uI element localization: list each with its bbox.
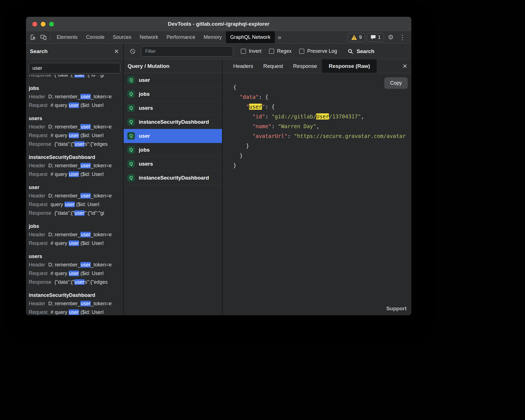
checkbox-preserve-log[interactable]: Preserve Log [299,48,337,54]
filter-input[interactable] [141,46,233,57]
detail-tab-request[interactable]: Request [258,59,288,73]
toolbar-divider [50,34,51,40]
search-result-line[interactable]: HeaderD; remember_user_token=e [29,92,120,101]
search-result-line[interactable]: Request# query user ($id: UserI [29,308,120,315]
tab-memory[interactable]: Memory [199,31,226,43]
search-result-line[interactable]: HeaderD; remember_user_token=e [29,261,120,269]
query-icon: Q [127,76,135,84]
minimize-window-button[interactable] [41,22,46,27]
search-result-line[interactable]: Request# query user ($id: UserI [29,101,120,110]
search-result-line[interactable]: Request# query user ($id: UserI [29,170,120,179]
token: " [246,104,249,110]
zoom-window-button[interactable] [49,22,54,27]
match-highlight: user [65,202,75,207]
match-highlight: user [80,124,91,130]
detail-tab-response-raw[interactable]: Response (Raw) [322,59,377,73]
result-text: D; remember_ [48,94,80,99]
query-row-instancesecuritydashboard[interactable]: QinstanceSecurityDashboard [124,171,222,185]
result-line-label: Header [29,124,45,130]
window-title: DevTools - gitlab.com/-/graphql-explorer [26,21,411,27]
result-group-title: instanceSecurityDashboard [29,154,120,160]
titlebar: DevTools - gitlab.com/-/graphql-explorer [26,17,411,31]
search-result-line[interactable]: Request# query user ($id: UserI [29,131,120,140]
close-detail-button[interactable]: × [403,62,407,70]
result-line-label: Request [29,271,47,276]
more-tabs-button[interactable]: » [275,31,284,43]
checkbox-invert[interactable]: Invert [241,48,261,54]
search-result-group: jobsHeaderD; remember_user_token=eReques… [29,223,120,248]
settings-button[interactable]: ⚙ [386,32,396,42]
match-highlight: user [69,240,79,246]
tab-performance[interactable]: Performance [162,31,199,43]
tab-graphql-network[interactable]: GraphQL Network [226,31,275,43]
match-highlight: user [69,102,79,108]
search-result-line[interactable]: Request# query user ($id: UserI [29,239,120,248]
message-badge[interactable]: 1 [367,33,384,42]
query-icon: Q [127,132,135,140]
search-result-line[interactable]: Response{"data":{"users":{"edges [29,140,120,149]
search-result-line[interactable]: HeaderD; remember_user_token=e [29,230,120,239]
inspect-cursor-icon [30,34,37,41]
query-row-user[interactable]: Quser [124,73,222,87]
checkbox-box[interactable] [299,49,304,54]
token: /13704317" [329,113,361,120]
query-row-instancesecuritydashboard[interactable]: QinstanceSecurityDashboard [124,115,222,129]
search-result-line[interactable]: HeaderD; remember_user_token=e [29,161,120,170]
checkbox-regex[interactable]: Regex [269,48,292,54]
search-result-line[interactable]: Request# query user ($id: UserI [29,269,120,278]
close-search-panel-button[interactable]: × [114,47,119,55]
search-result-line[interactable]: Response{"data":{"user":{"id":"gi [29,209,120,218]
result-line-label: Header [29,94,45,99]
result-text: ($id: UserI [79,271,104,276]
query-row-users[interactable]: Qusers [124,157,222,171]
query-row-user[interactable]: Quser [124,129,222,143]
tab-network[interactable]: Network [135,31,162,43]
checkbox-box[interactable] [269,49,274,54]
search-input[interactable] [29,63,120,73]
search-result-line[interactable]: Response{"data":{"users":{"edges [29,278,120,287]
result-line-label: Header [29,232,45,237]
main-area: Response{"data":{"user":{"id":"gijobsHea… [26,59,411,315]
query-row-users[interactable]: Qusers [124,101,222,115]
message-bubble-icon [370,34,376,40]
result-line-label: Response [29,75,51,78]
detail-tab-headers[interactable]: Headers [228,59,258,73]
close-window-button[interactable] [32,22,37,27]
search-result-line[interactable]: HeaderD; remember_user_token=e [29,299,120,308]
result-text: # query [51,133,69,138]
message-count: 1 [378,35,381,40]
tab-sources[interactable]: Sources [109,31,135,43]
support-link[interactable]: Support [386,306,407,312]
search-toggle-button[interactable]: Search [347,48,374,55]
query-list: QuserQjobsQusersQinstanceSecurityDashboa… [124,73,222,315]
tab-elements[interactable]: Elements [52,31,82,43]
search-result-line[interactable]: HeaderD; remember_user_token=e [29,192,120,200]
device-toolbar-button[interactable] [38,32,48,42]
query-row-label: instanceSecurityDashboard [139,119,209,125]
clear-filter-button[interactable] [128,46,138,56]
token [233,104,246,110]
search-match-highlight: User [316,113,329,120]
inspect-element-button[interactable] [28,32,38,42]
result-group-title: users [29,116,120,121]
query-row-jobs[interactable]: Qjobs [124,143,222,157]
copy-button[interactable]: Copy [384,77,408,89]
warning-badge[interactable]: 9 [348,33,365,42]
checkbox-box[interactable] [241,49,246,54]
search-result-line[interactable]: HeaderD; remember_user_token=e [29,123,120,131]
search-match-highlight: user [249,104,262,110]
result-line-label: Request [29,102,47,108]
tab-console[interactable]: Console [82,31,109,43]
detail-tab-response[interactable]: Response [288,59,322,73]
devtools-tabs: ElementsConsoleSourcesNetworkPerformance… [52,31,275,43]
search-result-line[interactable]: Response{"data":{"user":{"id":"gi [29,75,120,79]
result-text: # query [51,102,69,108]
result-text: _token=e [91,262,112,268]
token: } [233,162,236,168]
detail-tabs: HeadersRequestResponseResponse (Raw) × [223,59,411,73]
search-result-line[interactable]: Requestquery user ($id: UserI [29,200,120,209]
result-text: # query [51,271,69,276]
menu-button[interactable]: ⋮ [397,32,407,42]
query-row-jobs[interactable]: Qjobs [124,87,222,101]
header-row: Search × InvertRegexPreserve Log Search [26,44,411,59]
